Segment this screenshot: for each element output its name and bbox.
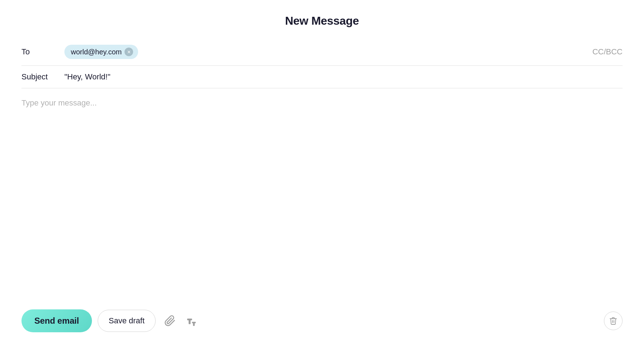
to-label: To xyxy=(21,47,64,57)
trash-icon xyxy=(609,317,618,325)
message-placeholder: Type your message... xyxy=(21,98,97,107)
paperclip-icon xyxy=(164,315,176,327)
svg-text:T: T xyxy=(192,321,195,327)
recipient-email: world@hey.com xyxy=(71,48,122,56)
to-field-content: world@hey.com ✕ xyxy=(64,45,623,59)
remove-recipient-button[interactable]: ✕ xyxy=(125,48,133,56)
subject-field-content[interactable]: "Hey, World!" xyxy=(64,72,623,82)
subject-label: Subject xyxy=(21,72,64,82)
to-row: To world@hey.com ✕ CC/BCC xyxy=(21,38,623,66)
message-area[interactable]: Type your message... xyxy=(21,88,623,302)
subject-row: Subject "Hey, World!" xyxy=(21,66,623,88)
font-size-icon: T T xyxy=(187,315,199,327)
page-title: New Message xyxy=(285,14,359,28)
svg-text:T: T xyxy=(187,318,192,325)
subject-value: "Hey, World!" xyxy=(64,72,111,82)
send-button[interactable]: Send email xyxy=(21,309,92,332)
attach-button[interactable] xyxy=(161,312,179,329)
save-draft-button[interactable]: Save draft xyxy=(98,310,156,332)
compose-window: New Message To world@hey.com ✕ CC/BCC Su… xyxy=(0,0,644,343)
cc-bcc-button[interactable]: CC/BCC xyxy=(592,47,623,57)
compose-toolbar: Send email Save draft T T xyxy=(21,302,623,343)
delete-button[interactable] xyxy=(604,312,623,330)
compose-form: To world@hey.com ✕ CC/BCC Subject "Hey, … xyxy=(21,38,623,343)
font-size-button[interactable]: T T xyxy=(184,312,201,329)
compose-header: New Message xyxy=(21,0,623,38)
toolbar-right xyxy=(604,312,623,330)
recipient-chip: world@hey.com ✕ xyxy=(64,45,138,59)
